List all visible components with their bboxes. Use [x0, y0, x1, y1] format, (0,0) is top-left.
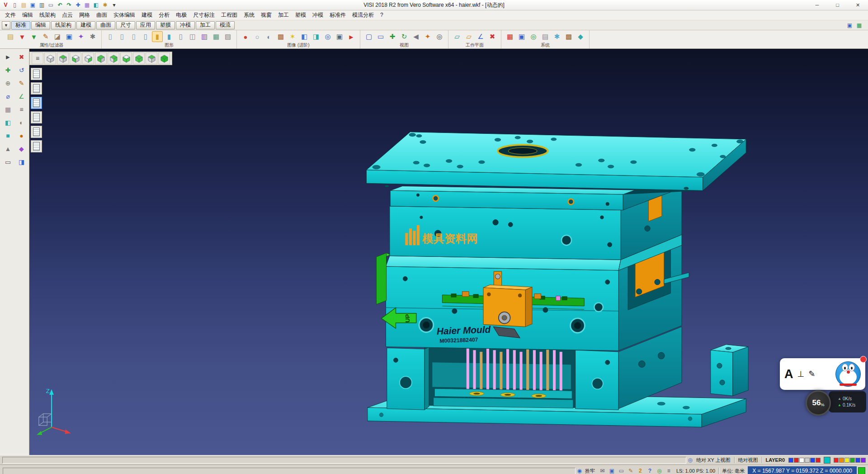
view-fit-icon[interactable]: ▢: [363, 31, 374, 42]
gfx-document-icon[interactable]: ▯: [175, 31, 186, 42]
img-light-icon[interactable]: ✶: [287, 31, 298, 42]
save-all-icon[interactable]: ▥: [38, 1, 46, 9]
cube-iso-right-icon[interactable]: [108, 52, 119, 64]
layer-label[interactable]: LAYER0: [764, 457, 787, 463]
model-scene[interactable]: UP Haier Mould M00321882407: [29, 49, 868, 455]
color-swatch-0[interactable]: [788, 458, 793, 463]
menu-item-6[interactable]: 实体编辑: [110, 11, 138, 19]
angle-tool-icon[interactable]: ∠: [15, 90, 28, 102]
gfx-mesh-icon[interactable]: ▦: [211, 31, 222, 42]
view-window-icon[interactable]: ▭: [375, 31, 386, 42]
attr-filter-red-icon[interactable]: ▼: [17, 31, 28, 42]
doc-view-3[interactable]: [31, 97, 42, 109]
menu-item-12[interactable]: 系统: [241, 11, 258, 19]
undo-icon[interactable]: ↶: [56, 1, 64, 9]
sys-snap-icon[interactable]: ✱: [552, 31, 562, 42]
add-icon[interactable]: ✚: [74, 1, 82, 9]
attr-filter-erase-icon[interactable]: ◪: [52, 31, 63, 42]
clip-tool-icon[interactable]: ◨: [15, 156, 28, 168]
status-print-icon[interactable]: ▭: [617, 467, 626, 474]
viewport-3d[interactable]: UP Haier Mould M00321882407: [29, 49, 868, 455]
cube-plan-icon[interactable]: [146, 52, 157, 64]
doc-view-4[interactable]: [31, 111, 42, 123]
sys-material-icon[interactable]: ▩: [563, 31, 574, 42]
cube-iso-icon[interactable]: [133, 52, 145, 64]
sys-display-icon[interactable]: ▣: [516, 31, 527, 42]
sphere-tool-icon[interactable]: ●: [15, 130, 28, 142]
img-stereo-icon[interactable]: ◎: [322, 31, 333, 42]
cube-solid-icon[interactable]: [158, 52, 170, 64]
gfx-cylinder-1-icon[interactable]: ▯: [105, 31, 116, 42]
select-tool-icon[interactable]: ►: [2, 51, 14, 63]
status-edit-icon[interactable]: ✎: [627, 467, 635, 474]
net-speed-badge[interactable]: 56 %: [806, 390, 831, 416]
clamp-tool-icon[interactable]: ⊥: [797, 369, 805, 379]
view-rotate-icon[interactable]: ↻: [399, 31, 410, 42]
doc-view-5[interactable]: [31, 126, 42, 138]
menu-item-19[interactable]: ?: [377, 11, 387, 19]
sys-grid-icon[interactable]: ▤: [540, 31, 551, 42]
view-mode-icon[interactable]: ◧: [92, 1, 100, 9]
tab-0[interactable]: 标准: [11, 21, 30, 29]
absolute-view-label[interactable]: 绝对视图: [736, 457, 760, 464]
unit-label[interactable]: 单位: 毫米: [720, 468, 746, 474]
attr-settings-icon[interactable]: ✱: [87, 31, 98, 42]
pen-tool-icon[interactable]: ✎: [808, 369, 815, 379]
move-tool-icon[interactable]: ✚: [2, 64, 14, 76]
color-swatch-2[interactable]: [844, 458, 849, 463]
attr-filter-edit-icon[interactable]: ✎: [40, 31, 51, 42]
layers-tool-icon[interactable]: ≡: [15, 104, 28, 115]
workplane-create-icon[interactable]: ▱: [452, 31, 462, 42]
sys-world-icon[interactable]: ◎: [528, 31, 539, 42]
new-file-icon[interactable]: ▯: [10, 1, 19, 9]
tab-2[interactable]: 线架构: [51, 21, 75, 29]
lock-label[interactable]: 拴牢: [583, 468, 597, 474]
gfx-cylinder-4-icon[interactable]: ▯: [140, 31, 151, 42]
color-swatch-1[interactable]: [794, 458, 799, 463]
sys-isometric-icon[interactable]: ◆: [575, 31, 586, 42]
color-swatch-1[interactable]: [839, 458, 844, 463]
menu-item-17[interactable]: 标准件: [326, 11, 349, 19]
gfx-solid-icon[interactable]: ▮: [164, 31, 175, 42]
more-tools-icon[interactable]: ▾: [110, 1, 118, 9]
menu-item-8[interactable]: 分析: [156, 11, 173, 19]
menu-item-2[interactable]: 线架构: [36, 11, 59, 19]
img-background-icon[interactable]: ◧: [299, 31, 310, 42]
print-icon[interactable]: ▭: [47, 1, 55, 9]
cube-top-view-icon[interactable]: [57, 52, 69, 64]
delete-tool-icon[interactable]: ✖: [15, 51, 28, 63]
minimize-button[interactable]: ─: [807, 0, 827, 10]
img-wireframe-icon[interactable]: ○: [252, 31, 263, 42]
fill-tool-icon[interactable]: ◧: [2, 117, 14, 128]
menu-item-4[interactable]: 网格: [76, 11, 93, 19]
view-list-icon[interactable]: ≡: [32, 52, 43, 64]
menu-item-18[interactable]: 模流分析: [349, 11, 377, 19]
doc-view-1[interactable]: [31, 68, 42, 80]
redo-icon[interactable]: ↷: [65, 1, 73, 9]
plot-tool-icon[interactable]: ▭: [2, 156, 14, 168]
gfx-highlight-icon[interactable]: ▮: [152, 31, 163, 42]
maximize-button[interactable]: □: [827, 0, 848, 10]
workplane-delete-icon[interactable]: ✖: [487, 31, 498, 42]
attr-match-icon[interactable]: ✦: [75, 31, 86, 42]
menu-item-16[interactable]: 冲模: [309, 11, 326, 19]
menu-item-5[interactable]: 曲面: [93, 11, 110, 19]
color-swatch-3[interactable]: [850, 458, 855, 463]
doc-view-6[interactable]: [31, 140, 42, 152]
box-tool-icon[interactable]: ■: [2, 130, 14, 142]
save-file-icon[interactable]: ▣: [28, 1, 37, 9]
menu-item-14[interactable]: 加工: [275, 11, 292, 19]
gem-tool-icon[interactable]: ◆: [15, 143, 28, 155]
menu-item-15[interactable]: 塑模: [292, 11, 309, 19]
menu-item-9[interactable]: 电极: [173, 11, 190, 19]
gfx-pair-icon[interactable]: ◫: [187, 31, 198, 42]
visi-logo-icon[interactable]: V: [1, 1, 10, 9]
img-animate-icon[interactable]: ►: [346, 31, 357, 42]
attr-copy-icon[interactable]: ▣: [64, 31, 75, 42]
menu-item-0[interactable]: 文件: [2, 11, 19, 19]
diameter-tool-icon[interactable]: ⌀: [2, 90, 14, 102]
snap-tool-icon[interactable]: ⊕: [2, 77, 14, 89]
tab-8[interactable]: 冲模: [176, 21, 195, 29]
color-swatch-4[interactable]: [855, 458, 860, 463]
tab-9[interactable]: 加工: [196, 21, 215, 29]
